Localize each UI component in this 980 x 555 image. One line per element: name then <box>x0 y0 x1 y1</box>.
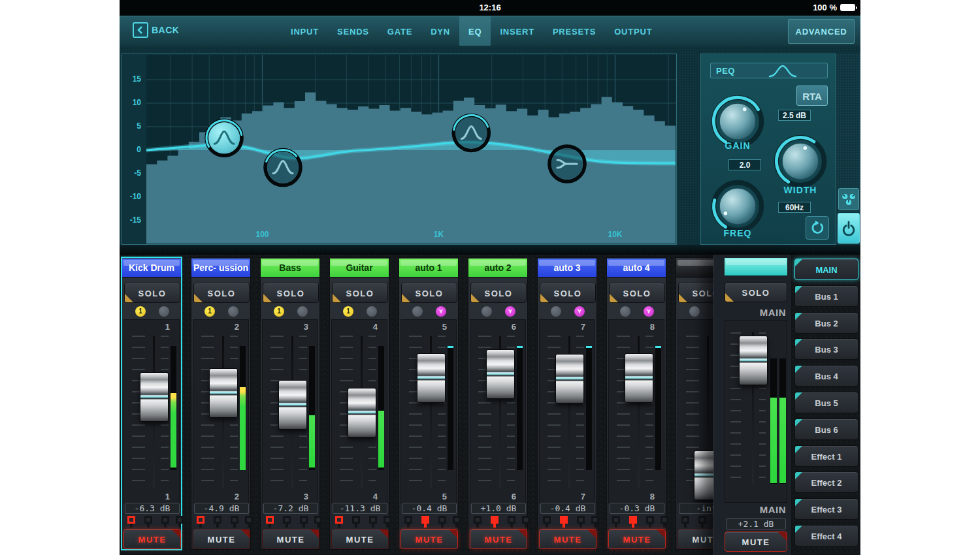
mute-button[interactable]: MUTE <box>331 529 389 549</box>
mute-button[interactable]: MUTE <box>539 529 596 549</box>
bus-select-bus-6[interactable]: Bus 6 <box>794 419 858 440</box>
advanced-button[interactable]: ADVANCED <box>788 19 855 44</box>
channel-fader[interactable] <box>140 372 169 422</box>
channel-scribble-strip[interactable]: auto 1 <box>399 259 458 278</box>
solo-button[interactable]: SOLO <box>401 283 457 303</box>
solo-button[interactable]: SOLO <box>470 283 527 303</box>
eq-band-handle-4[interactable] <box>549 146 585 182</box>
level-meter <box>586 346 592 470</box>
channel-strip-5: auto 1SOLOY55-0.4 dBMUTE <box>399 257 459 550</box>
channel-number: 3 <box>282 322 308 332</box>
eq-type-selector[interactable]: PEQ <box>710 63 828 78</box>
level-meter <box>655 346 661 470</box>
fader-db-readout: -0.3 dB <box>610 503 664 514</box>
tab-eq[interactable]: EQ <box>459 16 491 46</box>
bus-select-bus-2[interactable]: Bus 2 <box>794 312 858 334</box>
eq-controls-panel: PEQ RTA GAIN 2.5 dB <box>700 54 836 245</box>
mute-button[interactable]: MUTE <box>400 529 458 549</box>
rta-button[interactable]: RTA <box>796 86 828 106</box>
mute-button[interactable]: MUTE <box>193 529 250 549</box>
solo-button[interactable]: SOLO <box>263 283 319 303</box>
reset-button[interactable] <box>806 216 829 240</box>
channel-fader[interactable] <box>625 353 653 403</box>
mute-button[interactable]: MUTE <box>470 529 527 549</box>
channel-strip-1: Kick DrumSOLO111-6.3 dBMUTE <box>122 257 182 550</box>
channel-badge-yellow: 1 <box>204 306 215 317</box>
mute-group-indicator-4 <box>245 516 253 524</box>
bus-select-bus-1[interactable]: Bus 1 <box>794 285 858 307</box>
back-label: BACK <box>152 25 179 35</box>
undo-circular-arrow-icon <box>809 220 825 236</box>
mute-button[interactable]: MUTE <box>123 529 181 549</box>
eq-band-handle-1[interactable] <box>206 120 242 155</box>
mute-button[interactable]: MUTE <box>262 529 319 549</box>
channel-strip-7: auto 3SOLOY77-0.4 dBMUTE <box>537 257 597 550</box>
channel-number-bottom: 6 <box>490 492 516 501</box>
solo-button[interactable]: SOLO <box>124 283 180 303</box>
bus-select-effect-2[interactable]: Effect 2 <box>794 471 858 493</box>
tab-input[interactable]: INPUT <box>282 16 328 46</box>
mute-group-indicator-3 <box>577 516 585 524</box>
eq-band-handle-2[interactable] <box>265 150 301 185</box>
width-knob[interactable] <box>772 133 828 189</box>
channel-fader[interactable] <box>417 353 446 403</box>
bus-select-effect-4[interactable]: Effect 4 <box>794 525 858 547</box>
tab-presets[interactable]: PRESETS <box>544 16 605 46</box>
fader-db-readout: -0.4 dB <box>540 503 595 514</box>
back-button[interactable]: BACK <box>133 22 179 38</box>
channel-fader[interactable] <box>486 349 515 399</box>
solo-button[interactable]: SOLO <box>540 283 596 303</box>
channel-scribble-strip[interactable]: Perc- ussion <box>191 259 250 278</box>
clock: 12:16 <box>479 3 500 12</box>
channel-fader[interactable] <box>348 388 376 437</box>
mute-group-indicator-2 <box>629 516 637 524</box>
mute-button[interactable]: MUTE <box>608 529 666 549</box>
bus-select-main[interactable]: MAIN <box>794 259 858 280</box>
freq-knob[interactable] <box>710 178 766 234</box>
mute-group-indicator-1 <box>266 516 274 524</box>
mute-group-indicator-1 <box>127 516 135 524</box>
main-fader[interactable] <box>739 336 768 385</box>
eq-power-button[interactable] <box>838 213 860 244</box>
solo-button[interactable]: SOLO <box>332 283 388 303</box>
tab-insert[interactable]: INSERT <box>491 16 543 46</box>
eq-y-axis: 151050-5-10-15 <box>122 54 146 244</box>
bus-select-effect-3[interactable]: Effect 3 <box>794 498 858 520</box>
channel-scribble-strip[interactable]: Guitar <box>330 259 389 278</box>
channel-scribble-strip[interactable]: auto 4 <box>607 259 666 278</box>
channel-fader[interactable] <box>209 368 238 418</box>
channel-badge-gray <box>412 306 423 317</box>
channel-scribble-strip[interactable]: Bass <box>261 259 319 278</box>
bus-select-bus-4[interactable]: Bus 4 <box>794 365 858 387</box>
channel-number: 5 <box>421 322 447 332</box>
tab-dyn[interactable]: DYN <box>421 16 459 46</box>
channel-fader[interactable] <box>555 354 584 404</box>
channel-fader[interactable] <box>278 380 307 430</box>
fader-db-readout: -11.3 dB <box>333 503 387 514</box>
mute-group-indicator-2 <box>421 516 429 524</box>
eq-band-handle-3[interactable] <box>453 115 489 150</box>
main-mute-button[interactable]: MUTE <box>725 531 787 552</box>
channel-scribble-strip[interactable]: Kick Drum <box>122 259 181 278</box>
mute-group-indicator-1 <box>404 516 412 524</box>
bus-select-bus-5[interactable]: Bus 5 <box>794 392 858 413</box>
main-scribble-strip[interactable] <box>725 258 787 276</box>
solo-button[interactable]: SOLO <box>193 283 250 303</box>
channel-number-bottom: 8 <box>629 492 655 501</box>
eq-type-label: PEQ <box>716 66 735 76</box>
main-solo-button[interactable]: SOLO <box>725 282 787 302</box>
channel-strip-6: auto 2SOLOY66+1.0 dBMUTE <box>468 257 528 550</box>
mute-group-indicator-4 <box>314 516 322 524</box>
level-meter <box>448 346 453 470</box>
tab-output[interactable]: OUTPUT <box>605 16 661 46</box>
tab-sends[interactable]: SENDS <box>328 16 378 46</box>
eq-plot[interactable]: 1001K10K <box>146 55 676 244</box>
bus-select-bus-3[interactable]: Bus 3 <box>794 338 858 360</box>
channel-scribble-strip[interactable]: auto 2 <box>468 259 527 278</box>
mute-group-indicator-4 <box>522 516 530 524</box>
bus-select-effect-1[interactable]: Effect 1 <box>794 445 858 467</box>
channel-scribble-strip[interactable]: auto 3 <box>538 259 596 278</box>
solo-button[interactable]: SOLO <box>609 283 665 303</box>
channel-settings-button[interactable] <box>838 188 859 210</box>
tab-gate[interactable]: GATE <box>378 16 421 46</box>
